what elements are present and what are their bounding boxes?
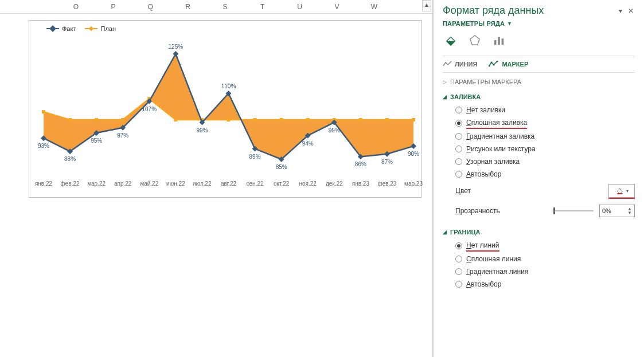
x-axis-label: июн.22 [166, 181, 185, 187]
chevron-down-icon: ▾ [626, 189, 629, 194]
subtab-line-label: ЛИНИЯ [455, 61, 477, 68]
fill-picture-label: исунок или текстура [471, 145, 536, 153]
worksheet-area: O P Q R S T U V W ▲ Факт План 93%88%95%9… [0, 0, 433, 357]
section-border[interactable]: ◢ ГРАНИЦА [443, 229, 635, 236]
border-solid[interactable]: Сплошная линия [443, 253, 635, 265]
radio-icon [455, 133, 462, 140]
col-header[interactable]: Q [132, 3, 169, 11]
spin-down-icon[interactable]: ▼ [627, 211, 632, 215]
x-axis-label: ноя.22 [299, 181, 317, 187]
x-axis-label: фев.22 [61, 181, 80, 187]
fill-line-icon[interactable] [443, 33, 459, 48]
col-header[interactable]: U [281, 3, 318, 11]
fill-pattern[interactable]: Узорная заливка [443, 155, 635, 168]
data-label: 93% [38, 143, 49, 149]
series-options-dropdown[interactable]: ПАРАМЕТРЫ РЯДА ▼ [443, 20, 635, 27]
pane-title: Формат ряда данных [443, 5, 635, 17]
data-label: 99% [329, 127, 340, 134]
svg-rect-33 [502, 38, 504, 45]
expand-icon: ◢ [443, 229, 447, 235]
x-axis-label: дек.22 [326, 181, 343, 187]
svg-rect-0 [42, 110, 45, 113]
svg-marker-30 [470, 36, 480, 45]
border-none-label: ет линий [471, 241, 499, 249]
x-axis-label: авг.22 [221, 181, 236, 187]
col-header[interactable]: R [169, 3, 206, 11]
fill-auto-label: втовыбор [471, 170, 501, 178]
svg-rect-32 [498, 37, 500, 45]
radio-icon [455, 171, 462, 178]
section-fill[interactable]: ◢ ЗАЛИВКА [443, 93, 635, 100]
radio-icon [455, 107, 462, 113]
col-header[interactable]: S [206, 3, 244, 11]
border-gradient[interactable]: Градиентная линия [443, 265, 635, 278]
column-headers: O P Q R S T U V W [0, 0, 432, 14]
data-label: 94% [302, 140, 314, 147]
border-auto[interactable]: Автовыбор [443, 278, 635, 291]
x-axis-label: фев.23 [377, 181, 396, 187]
svg-rect-3 [121, 118, 124, 121]
x-axis-label: окт.22 [274, 181, 289, 187]
fill-picture[interactable]: Рисунок или текстура [443, 143, 635, 155]
data-label: 125% [169, 44, 184, 50]
data-label: 86% [355, 161, 366, 167]
section-marker-params[interactable]: ▷ ПАРАМЕТРЫ МАРКЕРА [443, 79, 635, 85]
x-axis-label: янв.23 [352, 181, 369, 187]
radio-icon [455, 256, 462, 262]
collapse-icon: ▷ [443, 79, 447, 85]
subtab-marker-label: МАРКЕР [502, 61, 528, 68]
fill-auto[interactable]: Автовыбор [443, 168, 635, 181]
x-axis-label: янв.22 [35, 181, 52, 187]
effects-icon[interactable] [467, 33, 483, 48]
fill-none[interactable]: Нет заливки [443, 104, 635, 116]
col-header[interactable]: W [356, 3, 393, 11]
transparency-slider[interactable] [553, 210, 594, 211]
svg-rect-31 [494, 40, 497, 45]
svg-rect-13 [385, 118, 389, 121]
fill-solid[interactable]: Сплошная заливка [443, 116, 635, 130]
radio-icon [455, 146, 462, 152]
radio-icon [455, 242, 462, 249]
pane-close-icon[interactable]: ✕ [627, 7, 635, 15]
border-gradient-label: радиентная линия [470, 268, 529, 276]
svg-rect-2 [95, 118, 98, 121]
transparency-value: 0% [602, 207, 611, 214]
data-label: 85% [276, 164, 287, 170]
color-picker-button[interactable]: ▾ [608, 184, 635, 198]
fill-gradient[interactable]: Градиентная заливка [443, 130, 635, 143]
border-none[interactable]: Нет линий [443, 239, 635, 253]
x-axis-label: мар.23 [404, 181, 423, 187]
border-auto-label: втовыбор [471, 280, 501, 288]
svg-rect-14 [412, 118, 415, 121]
section-label: ГРАНИЦА [450, 229, 480, 236]
svg-rect-12 [359, 118, 362, 121]
embedded-chart[interactable]: Факт План 93%88%95%97%107%125%99%110%89%… [29, 20, 421, 198]
radio-icon [455, 158, 462, 165]
svg-rect-10 [306, 118, 310, 121]
data-label: 95% [91, 138, 102, 144]
series-options-icon[interactable] [491, 33, 507, 48]
pane-dropdown-icon[interactable]: ▾ [616, 7, 625, 15]
fill-gradient-label: радиентная заливка [470, 132, 534, 140]
series-options-label: ПАРАМЕТРЫ РЯДА [443, 20, 505, 27]
col-header[interactable]: T [244, 3, 281, 11]
format-category-icons [443, 33, 635, 48]
col-header[interactable]: O [57, 3, 95, 11]
radio-icon [455, 268, 462, 275]
subtab-marker[interactable]: МАРКЕР [489, 61, 528, 68]
scroll-up-button[interactable]: ▲ [422, 0, 431, 11]
fill-pattern-label: зорная заливка [470, 158, 520, 166]
x-axis-label: сен.22 [247, 181, 264, 187]
svg-rect-8 [253, 118, 257, 121]
radio-icon [455, 281, 462, 288]
section-label: ЗАЛИВКА [450, 93, 481, 100]
x-axis-label: мар.22 [87, 181, 106, 187]
col-header[interactable]: P [95, 3, 132, 11]
chart-plot[interactable] [29, 21, 421, 197]
svg-rect-5 [174, 118, 177, 121]
col-header[interactable]: V [318, 3, 356, 11]
data-label: 90% [408, 151, 419, 157]
bucket-icon [615, 186, 625, 195]
subtab-line[interactable]: ЛИНИЯ [443, 61, 477, 68]
transparency-input[interactable]: 0% ▲▼ [599, 205, 635, 217]
